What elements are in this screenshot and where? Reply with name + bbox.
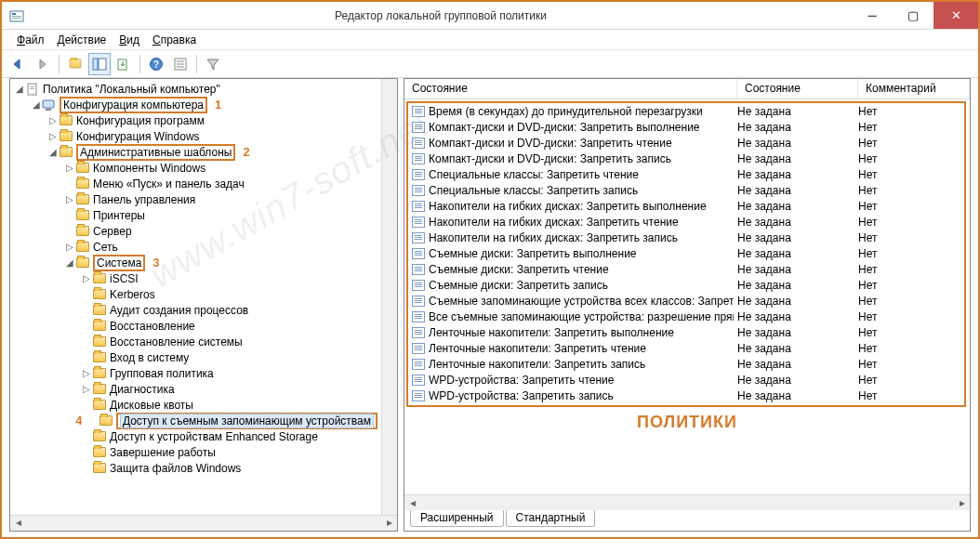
tree-item-recovery[interactable]: Восстановление — [10, 318, 381, 334]
window-controls: ─ ▢ ✕ — [852, 2, 978, 29]
tree-item-enhanced[interactable]: Доступ к устройствам Enhanced Storage — [10, 428, 381, 444]
policy-row[interactable]: Съемные диски: Запретить чтениеНе задана… — [408, 261, 964, 277]
tree-item-audit[interactable]: Аудит создания процессов — [10, 302, 381, 318]
tree-item-printers[interactable]: Принтеры — [10, 207, 381, 223]
tree-label: Принтеры — [93, 209, 145, 222]
tree-scrollbar-x[interactable]: ◂▸ — [10, 515, 397, 531]
column-comment[interactable]: Комментарий — [858, 79, 970, 99]
tree-label: Диагностика — [110, 383, 175, 396]
tree-item-cfg_windows[interactable]: ▷Конфигурация Windows — [10, 128, 381, 144]
tree-item-wfp[interactable]: Защита файлов Windows — [10, 460, 381, 476]
policy-row[interactable]: WPD-устройства: Запретить чтениеНе задан… — [408, 372, 964, 388]
tree-item-gp[interactable]: ▷Групповая политика — [10, 365, 381, 381]
policy-list[interactable]: Время (в секундах) до принудительной пер… — [404, 99, 970, 494]
tree-item-cfg_programs[interactable]: ▷Конфигурация программ — [10, 112, 381, 128]
back-button[interactable] — [7, 53, 30, 75]
policy-row[interactable]: Ленточные накопители: Запретить выполнен… — [408, 324, 964, 340]
tree-item-server[interactable]: Сервер — [10, 223, 381, 239]
expand-icon[interactable]: ▷ — [81, 368, 92, 378]
policy-row[interactable]: Компакт-диски и DVD-диски: Запретить зап… — [408, 151, 964, 166]
expand-icon[interactable]: ▷ — [64, 194, 75, 204]
tree-pane: ◢Политика "Локальный компьютер"◢Конфигур… — [9, 78, 398, 532]
policy-name: Съемные диски: Запретить выполнение — [429, 247, 637, 260]
help-button[interactable]: ? — [145, 53, 167, 75]
tree-item-system[interactable]: ◢Система3 — [10, 255, 381, 270]
menu-file[interactable]: Файл — [11, 32, 50, 48]
policy-row[interactable]: Время (в секундах) до принудительной пер… — [408, 103, 964, 119]
expand-icon[interactable]: ▷ — [81, 273, 92, 283]
folder-icon — [59, 146, 73, 159]
policy-tree[interactable]: ◢Политика "Локальный компьютер"◢Конфигур… — [10, 79, 381, 515]
policy-name: Компакт-диски и DVD-диски: Запретить зап… — [429, 152, 671, 165]
policy-row[interactable]: Компакт-диски и DVD-диски: Запретить вып… — [408, 119, 964, 135]
policy-name: WPD-устройства: Запретить запись — [429, 389, 614, 402]
export-button[interactable] — [113, 53, 135, 75]
tree-item-shutdown[interactable]: Завершение работы — [10, 444, 381, 460]
policy-name: Ленточные накопители: Запретить выполнен… — [429, 326, 674, 339]
tree-item-logon[interactable]: Вход в систему — [10, 349, 381, 365]
tree-item-comp_windows[interactable]: ▷Компоненты Windows — [10, 160, 381, 176]
policy-icon — [412, 232, 425, 243]
policy-state: Не задана — [734, 216, 854, 229]
tree-item-iscsi[interactable]: ▷iSCSI — [10, 270, 381, 286]
folder-up-button[interactable] — [64, 53, 86, 75]
policy-row[interactable]: Ленточные накопители: Запретить записьНе… — [408, 356, 964, 372]
svg-rect-2 — [12, 16, 21, 17]
expand-icon[interactable]: ▷ — [64, 163, 75, 173]
policy-state: Не задана — [734, 168, 854, 181]
policy-row[interactable]: Все съемные запоминающие устройства: раз… — [408, 309, 964, 324]
expand-icon[interactable]: ▷ — [47, 131, 59, 141]
tab-standard[interactable]: Стандартный — [506, 510, 596, 527]
filter-button[interactable] — [202, 53, 224, 75]
menu-view[interactable]: Вид — [113, 32, 145, 48]
app-icon — [9, 8, 24, 23]
menu-help[interactable]: Справка — [147, 32, 202, 48]
tree-item-network[interactable]: ▷Сеть — [10, 239, 381, 255]
policy-row[interactable]: Съемные запоминающие устройства всех кла… — [408, 293, 964, 309]
column-state[interactable]: Состояние — [737, 79, 858, 99]
policy-state: Не задана — [734, 184, 854, 197]
expand-icon[interactable]: ◢ — [31, 99, 42, 110]
policy-comment: Нет — [854, 310, 964, 323]
show-tree-button[interactable] — [88, 53, 111, 75]
annotation-number: 4 — [75, 414, 82, 427]
menu-action[interactable]: Действие — [52, 32, 113, 48]
tree-item-sysrestore[interactable]: Восстановление системы — [10, 334, 381, 349]
minimize-button[interactable]: ─ — [852, 2, 893, 29]
policy-row[interactable]: Специальные классы: Запретить чтениеНе з… — [408, 166, 964, 182]
list-scrollbar-x[interactable]: ◂▸ — [404, 494, 970, 510]
expand-icon[interactable]: ◢ — [64, 257, 75, 268]
expand-icon[interactable]: ▷ — [64, 242, 75, 252]
expand-icon[interactable]: ◢ — [14, 84, 25, 94]
policy-row[interactable]: Ленточные накопители: Запретить чтениеНе… — [408, 340, 964, 356]
forward-button[interactable] — [32, 53, 54, 75]
policy-row[interactable]: Компакт-диски и DVD-диски: Запретить чте… — [408, 135, 964, 151]
toolbar: ? — [2, 50, 978, 78]
tree-item-quota[interactable]: Дисковые квоты — [10, 397, 381, 413]
policy-row[interactable]: Накопители на гибких дисках: Запретить в… — [408, 198, 964, 214]
policy-row[interactable]: Накопители на гибких дисках: Запретить з… — [408, 230, 964, 245]
close-button[interactable]: ✕ — [934, 2, 978, 29]
tree-item-removable[interactable]: 4 Доступ к съемным запоминающим устройст… — [10, 413, 381, 428]
policy-row[interactable]: WPD-устройства: Запретить записьНе задан… — [408, 388, 964, 403]
tree-item-diag[interactable]: ▷Диагностика — [10, 381, 381, 397]
tree-scrollbar-y[interactable] — [381, 79, 397, 515]
expand-icon[interactable]: ▷ — [47, 115, 59, 125]
folder-icon — [92, 430, 107, 443]
maximize-button[interactable]: ▢ — [893, 2, 934, 29]
tree-item-cfg_computer[interactable]: ◢Конфигурация компьютера1 — [10, 97, 381, 112]
expand-icon[interactable]: ◢ — [47, 147, 59, 157]
policy-row[interactable]: Съемные диски: Запретить записьНе задана… — [408, 277, 964, 293]
expand-icon[interactable]: ▷ — [81, 384, 92, 394]
policy-row[interactable]: Съемные диски: Запретить выполнениеНе за… — [408, 245, 964, 261]
tree-item-start_panel[interactable]: Меню «Пуск» и панель задач — [10, 176, 381, 191]
policy-row[interactable]: Специальные классы: Запретить записьНе з… — [408, 182, 964, 198]
tree-item-root[interactable]: ◢Политика "Локальный компьютер" — [10, 81, 381, 97]
tree-item-admin_templates[interactable]: ◢Административные шаблоны2 — [10, 144, 381, 160]
tree-item-kerberos[interactable]: Kerberos — [10, 286, 381, 302]
policy-row[interactable]: Накопители на гибких дисках: Запретить ч… — [408, 214, 964, 230]
tree-item-control_panel[interactable]: ▷Панель управления — [10, 191, 381, 207]
properties-button[interactable] — [169, 53, 192, 75]
column-name[interactable]: Состояние — [404, 79, 737, 99]
tab-extended[interactable]: Расширенный — [410, 510, 504, 527]
